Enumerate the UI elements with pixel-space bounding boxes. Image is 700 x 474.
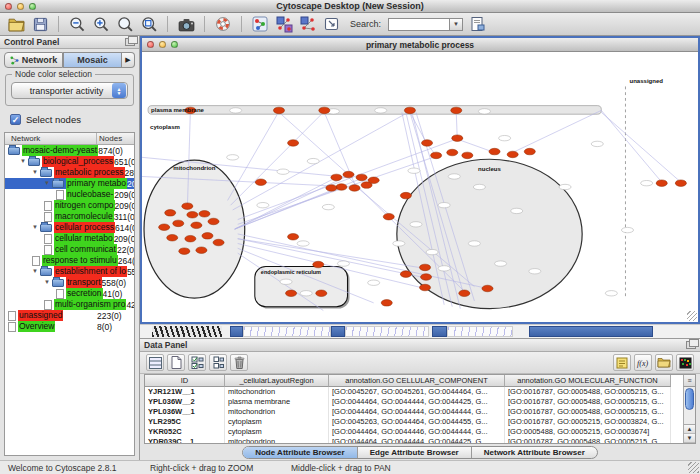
tree-row[interactable]: cellular metabo209(0)	[5, 233, 134, 244]
tree-row-label[interactable]: nitrogen compo	[54, 200, 115, 211]
table-row[interactable]: YKR052Ccytoplasm[GO:0044464, GO:0044446,…	[145, 427, 695, 437]
zoom-fit-icon[interactable]	[139, 15, 159, 34]
import-attributes-folder-icon[interactable]	[655, 354, 673, 371]
tree-row-label[interactable]: cell communicat	[54, 244, 117, 255]
search-input[interactable]	[388, 18, 450, 31]
save-session-icon[interactable]	[30, 15, 50, 34]
tree-row[interactable]: nucleobase-209(0)	[5, 189, 134, 200]
snapshot-camera-icon[interactable]	[176, 15, 196, 34]
table-column-header[interactable]: _cellularLayoutRegion	[225, 375, 329, 387]
search-go-icon[interactable]	[467, 15, 487, 34]
network-resize-grip-icon[interactable]	[687, 311, 697, 321]
network-window[interactable]: primary metabolic process plasma membran…	[140, 36, 700, 324]
tree-row[interactable]: multi-organism pro42(0)	[5, 299, 134, 310]
expander-icon[interactable]: ▼	[32, 222, 40, 233]
zoom-out-icon[interactable]	[67, 15, 87, 34]
help-lifering-icon[interactable]	[213, 15, 233, 34]
tree-row[interactable]: unassigned223(0)	[5, 310, 134, 321]
window-resize-grip-icon[interactable]	[688, 462, 699, 473]
table-column-header[interactable]: annotation.GO CELLULAR_COMPONENT	[329, 375, 505, 387]
tab-edge-attribute-browser[interactable]: Edge Attribute Browser	[358, 447, 472, 458]
tab-mosaic[interactable]: Mosaic	[63, 52, 122, 68]
background-window-edge[interactable]	[529, 326, 653, 337]
tree-row[interactable]: ▼metabolic process280(0)	[5, 167, 134, 178]
network-filter-icon[interactable]	[298, 15, 318, 34]
scroll-up-icon[interactable]: ▲	[684, 425, 695, 434]
background-window-edge[interactable]	[432, 326, 447, 337]
zoom-selected-region-icon[interactable]	[115, 15, 135, 34]
tree-row-label[interactable]: unassigned	[18, 310, 63, 321]
tree-row[interactable]: cell communicat22(0)	[5, 244, 134, 255]
table-row[interactable]: YLR295Ccytoplasm[GO:0045263, GO:0044464,…	[145, 417, 695, 427]
tree-row-label[interactable]: multi-organism pro	[54, 299, 126, 310]
tree-row-label[interactable]: biological_process	[42, 156, 114, 167]
float-panel-icon[interactable]	[125, 38, 135, 46]
node-color-dropdown[interactable]: transporter activity ▲▼	[11, 82, 128, 99]
tree-row-label[interactable]: cellular process	[54, 222, 115, 233]
tree-row[interactable]: secretion41(0)	[5, 288, 134, 299]
tree-column-nodes[interactable]: Nodes	[97, 133, 134, 144]
tree-row[interactable]: ▼establishment of lo558(0)	[5, 266, 134, 277]
zoom-in-icon[interactable]	[91, 15, 111, 34]
background-network-fragment[interactable]	[243, 326, 331, 337]
table-column-header[interactable]: annotation.GO MOLECULAR_FUNCTION	[505, 375, 671, 387]
expander-icon[interactable]: ▼	[20, 156, 28, 167]
tree-row-label[interactable]: establishment of lo	[54, 266, 127, 277]
tree-row[interactable]: ▼transport558(0)	[5, 277, 134, 288]
tree-row-label[interactable]: response to stimulu	[42, 255, 118, 266]
new-attribute-icon[interactable]	[167, 354, 185, 371]
search-dropdown-arrow-icon[interactable]: ▼	[450, 18, 463, 31]
table-row[interactable]: YDR039C__1mitochondrion[GO:0044464, GO:0…	[145, 437, 695, 443]
delete-attribute-trash-icon[interactable]	[230, 354, 248, 371]
tab-network-attribute-browser[interactable]: Network Attribute Browser	[472, 447, 597, 458]
scrollbar-thumb[interactable]	[685, 388, 694, 410]
table-column-header[interactable]: ID	[145, 375, 225, 387]
table-options-icon[interactable]: ≡	[683, 375, 695, 387]
tree-row-label[interactable]: secretion	[66, 288, 103, 299]
background-network-fragment[interactable]	[152, 326, 222, 337]
select-nodes-checkbox[interactable]: ✓	[10, 114, 21, 125]
more-tabs-icon[interactable]: ▶	[122, 52, 135, 68]
tree-row-label[interactable]: primary metabo	[66, 178, 127, 189]
expander-icon[interactable]: ▼	[32, 167, 40, 178]
background-network-fragment[interactable]	[447, 326, 513, 337]
tree-row[interactable]: macromolecule311(0)	[5, 211, 134, 222]
network-merge-icon[interactable]	[274, 15, 294, 34]
tree-row-label[interactable]: nucleobase-	[66, 189, 114, 200]
unselect-attributes-icon[interactable]	[209, 354, 227, 371]
tree-row[interactable]: ▼primary metabo209(...	[5, 178, 134, 189]
background-window-edge[interactable]	[230, 326, 243, 337]
tree-row[interactable]: ▼cellular process614(0)	[5, 222, 134, 233]
tree-row-label[interactable]: mosaic-demo-yeast	[22, 145, 98, 156]
annotation-icon[interactable]	[322, 15, 342, 34]
scroll-down-icon[interactable]: ▼	[684, 434, 695, 443]
table-row[interactable]: YPL036W__1mitochondrion[GO:0044464, GO:0…	[145, 407, 695, 417]
open-file-icon[interactable]	[6, 15, 26, 34]
table-row[interactable]: YPL036W__2plasma membrane[GO:0044464, GO…	[145, 397, 695, 407]
tree-row-label[interactable]: cellular metabo	[54, 233, 114, 244]
table-vertical-scrollbar[interactable]: ▲ ▼	[683, 387, 695, 443]
tree-row[interactable]: ▼biological_process651(0)	[5, 156, 134, 167]
expander-icon[interactable]: ▼	[44, 178, 52, 189]
float-panel-icon[interactable]	[686, 341, 696, 349]
expander-icon[interactable]: ▼	[32, 266, 40, 277]
attribute-matrix-icon[interactable]	[676, 354, 694, 371]
background-window-edge[interactable]	[331, 326, 345, 337]
tree-row-label[interactable]: Overview	[18, 321, 55, 332]
tree-column-network[interactable]: Network	[5, 133, 97, 144]
background-network-fragment[interactable]	[345, 326, 429, 337]
expander-icon[interactable]: ▼	[44, 277, 52, 288]
tree-row-label[interactable]: transport	[66, 277, 102, 288]
tree-row[interactable]: response to stimulu264(0)	[5, 255, 134, 266]
tree-row-label[interactable]: macromolecule	[54, 211, 114, 222]
table-row[interactable]: YJR121W__1mitochondrion[GO:0045267, GO:0…	[145, 387, 695, 397]
attribute-table-icon[interactable]	[146, 354, 164, 371]
network-canvas[interactable]: plasma membranecytoplasmmitochondrionnuc…	[142, 52, 698, 322]
tab-network[interactable]: Network	[4, 52, 63, 68]
network-graph[interactable]: plasma membranecytoplasmmitochondrionnuc…	[142, 52, 698, 322]
tab-node-attribute-browser[interactable]: Node Attribute Browser	[243, 447, 358, 458]
tree-row-label[interactable]: metabolic process	[54, 167, 125, 178]
function-builder-icon[interactable]: f(x)	[634, 354, 652, 371]
select-attributes-icon[interactable]	[188, 354, 206, 371]
tree-row[interactable]: nitrogen compo209(0)	[5, 200, 134, 211]
